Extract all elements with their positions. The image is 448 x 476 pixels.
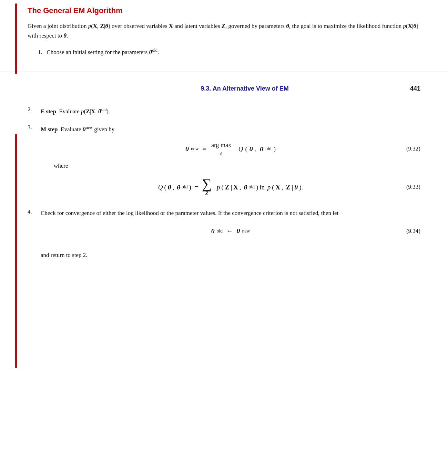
step-3-label: M step (41, 126, 58, 132)
step-1-number: 1. (38, 49, 42, 55)
red-bar-top (15, 3, 17, 74)
top-section: The General EM Algorithm Given a joint d… (0, 0, 448, 72)
eq-932-content: θnew = arg max θ Q(θ, θold) (185, 140, 276, 157)
step-3-number: 3. (28, 124, 41, 131)
argmax-text: arg max (211, 140, 231, 151)
step-4-number: 4. (28, 208, 41, 215)
steps-container: 2. E step Evaluate p(Z|X, θold). 3. M st… (28, 106, 420, 259)
equation-933: Q(θ, θold) = ∑ Z p(Z|X, θold) ln p(X, Z|… (41, 177, 420, 197)
step-3-content: M step Evaluate θnew given by θnew = arg… (41, 124, 420, 201)
eq-932-number: (9.32) (406, 144, 420, 154)
bottom-section: 9.3. An Alternative View of EM 441 2. E … (0, 72, 448, 272)
step-4-content: Check for convergence of either the log … (41, 208, 420, 244)
equation-932: θnew = arg max θ Q(θ, θold) (9.32) (41, 140, 420, 157)
step-2-content: E step Evaluate p(Z|X, θold). (41, 106, 420, 116)
step-3-row: 3. M step Evaluate θnew given by θnew = … (28, 124, 420, 201)
page: The General EM Algorithm Given a joint d… (0, 0, 448, 476)
step-2-row: 2. E step Evaluate p(Z|X, θold). (28, 106, 420, 116)
chapter-section-title: 9.3. An Alternative View of EM (28, 85, 420, 92)
argmax-block: arg max θ (211, 140, 231, 157)
page-number: 441 (410, 85, 420, 92)
step-2-label: E step (41, 108, 56, 114)
where-label: where (54, 161, 420, 171)
step-1: 1. Choose an initial setting for the par… (38, 47, 420, 57)
section-title: The General EM Algorithm (28, 6, 420, 15)
argmax-sub: θ (220, 151, 222, 158)
step-4-row: 4. Check for convergence of either the l… (28, 208, 420, 244)
summation: ∑ Z (202, 177, 212, 197)
equation-934: θold ← θnew (9.34) (41, 226, 420, 236)
eq-934-content: θold ← θnew (211, 226, 250, 236)
page-header: 9.3. An Alternative View of EM 441 (28, 72, 420, 103)
eq-933-content: Q(θ, θold) = ∑ Z p(Z|X, θold) ln p(X, Z|… (158, 177, 303, 197)
return-step: and return to step 2. (41, 252, 420, 259)
eq-934-number: (9.34) (406, 226, 420, 236)
step-2-number: 2. (28, 106, 41, 113)
red-bar-bottom (15, 134, 17, 368)
intro-paragraph: Given a joint distribution p(X, Z|θ) ove… (28, 21, 420, 41)
eq-933-number: (9.33) (406, 182, 420, 192)
